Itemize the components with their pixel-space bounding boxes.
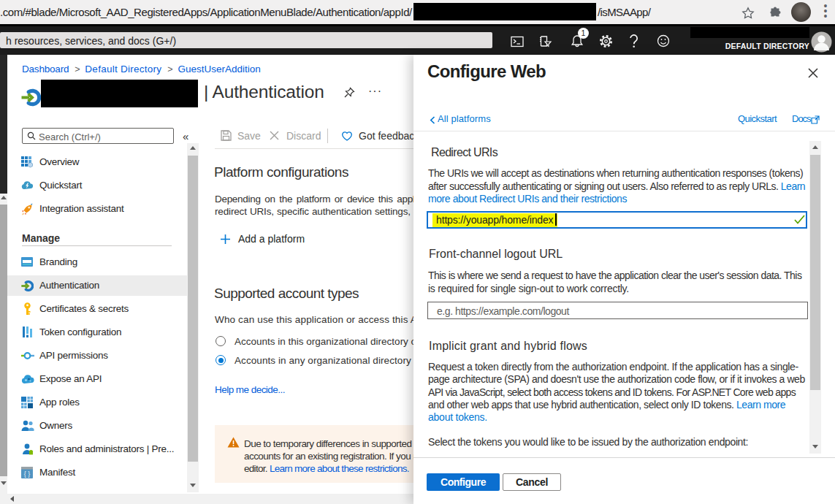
svg-text:{ }: { } (24, 470, 31, 478)
